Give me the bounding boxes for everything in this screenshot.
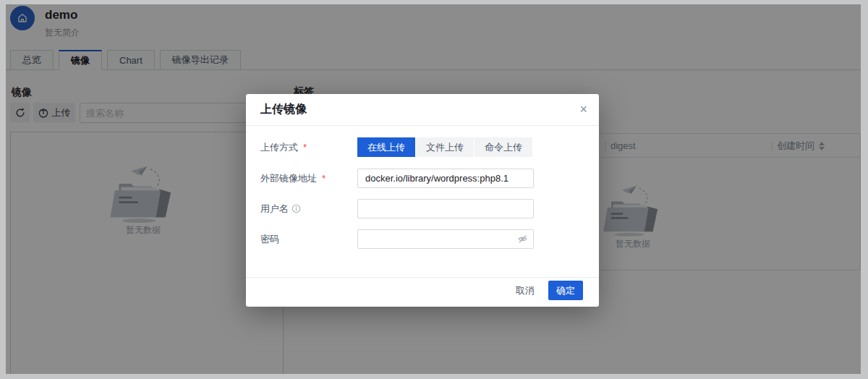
method-option-file[interactable]: 文件上传 xyxy=(416,137,474,157)
upload-image-dialog: 上传镜像 × 上传方式* 在线上传 文件上传 命令上传 外部镜像地址* 用户名 xyxy=(246,94,599,307)
username-label: 用户名 xyxy=(260,199,354,218)
dialog-footer-divider xyxy=(246,277,599,278)
info-icon[interactable] xyxy=(292,204,301,213)
password-field xyxy=(357,229,534,249)
method-option-command[interactable]: 命令上传 xyxy=(475,137,532,157)
screen: demo 暂无简介 总览 镜像 Chart 镜像导出记录 镜像 xyxy=(0,0,868,379)
external-image-address-input[interactable] xyxy=(357,169,534,188)
password-input[interactable] xyxy=(357,229,534,249)
username-input[interactable] xyxy=(357,199,534,218)
dialog-title: 上传镜像 xyxy=(260,102,307,117)
confirm-button[interactable]: 确定 xyxy=(548,281,583,300)
external-image-address-label: 外部镜像地址* xyxy=(260,169,354,188)
upload-method-segmented: 在线上传 文件上传 命令上传 xyxy=(357,137,532,157)
cancel-button[interactable]: 取消 xyxy=(512,281,538,300)
method-option-online[interactable]: 在线上传 xyxy=(357,137,415,157)
eye-invisible-icon[interactable] xyxy=(517,234,528,244)
username-field xyxy=(357,199,534,218)
password-label: 密码 xyxy=(260,229,354,249)
external-image-address-field xyxy=(357,169,534,188)
upload-method-label: 上传方式* xyxy=(260,137,354,157)
dialog-header: 上传镜像 xyxy=(246,94,599,126)
close-icon[interactable]: × xyxy=(579,101,587,117)
